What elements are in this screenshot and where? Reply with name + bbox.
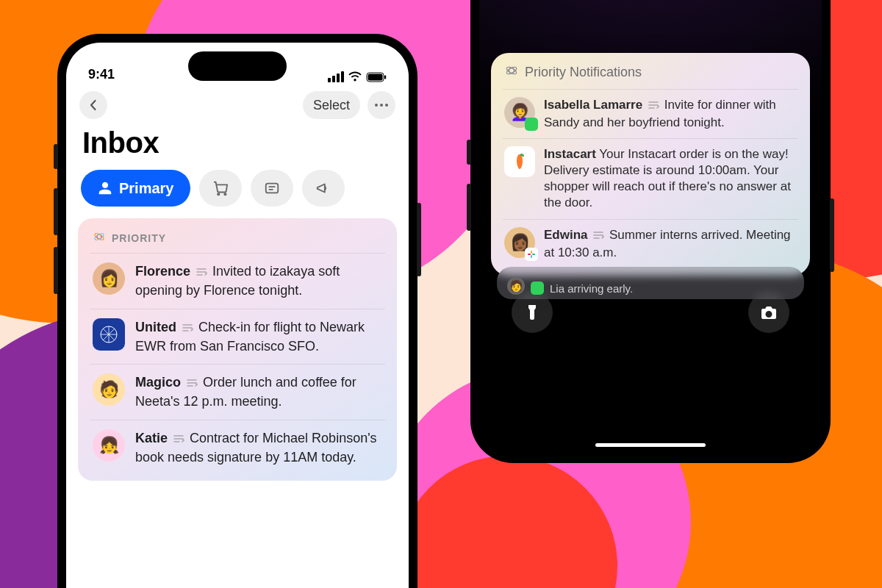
iphone-mail: 9:41 Select Inbox — [57, 34, 417, 588]
apple-intelligence-icon — [93, 230, 106, 245]
slack-badge-icon — [525, 248, 538, 261]
back-button[interactable] — [79, 91, 107, 119]
tab-promotions[interactable] — [302, 170, 345, 207]
tab-primary[interactable]: Primary — [81, 170, 190, 207]
svg-point-5 — [385, 104, 388, 107]
summary-icon — [186, 375, 198, 392]
priority-card: PRIORITY 👩 Florence Invited to izakaya s… — [78, 218, 397, 481]
notification-behind-text: Lia arriving early. — [550, 282, 633, 295]
priority-item[interactable]: 👩 Florence Invited to izakaya soft openi… — [90, 253, 385, 309]
avatar: 👩🏾 — [504, 227, 535, 258]
app-icon-instacart — [504, 146, 535, 177]
status-time: 9:41 — [88, 67, 115, 82]
summary-icon — [648, 98, 659, 115]
avatar: 👩 — [93, 262, 125, 295]
avatar: 🧑 — [93, 373, 125, 406]
svg-rect-17 — [532, 254, 535, 255]
cellular-signal-icon — [328, 71, 344, 82]
summary-icon — [592, 229, 604, 245]
home-indicator[interactable] — [595, 443, 706, 447]
more-button[interactable] — [368, 91, 395, 119]
priority-heading: PRIORITY — [112, 232, 166, 244]
priority-item[interactable]: 🧑 Magico Order lunch and coffee for Neet… — [90, 364, 385, 420]
battery-icon — [366, 72, 387, 82]
avatar: 🧑 — [507, 277, 525, 295]
iphone-lockscreen: Priority Notifications 👩‍🦱 Isabella Lama… — [470, 0, 831, 463]
svg-point-6 — [218, 193, 219, 195]
priority-item[interactable]: 👧 Katie Contract for Michael Robinson's … — [90, 420, 385, 476]
tab-primary-label: Primary — [119, 180, 174, 197]
page-title: Inbox — [66, 123, 409, 170]
summary-icon — [182, 320, 193, 337]
summary-icon — [196, 264, 207, 282]
category-tabs: Primary — [66, 170, 409, 218]
svg-point-7 — [224, 193, 226, 195]
tab-transactions[interactable] — [199, 170, 242, 207]
tab-updates[interactable] — [251, 170, 293, 207]
notification-stack-behind[interactable]: 🧑 Lia arriving early. — [497, 267, 804, 299]
svg-rect-16 — [528, 254, 531, 255]
notification-item[interactable]: Instacart Your Instacart order is on the… — [503, 138, 798, 218]
messages-badge-icon — [525, 118, 538, 131]
svg-rect-19 — [531, 255, 532, 258]
dynamic-island — [188, 51, 287, 81]
svg-rect-8 — [265, 184, 278, 193]
priority-notifications-heading: Priority Notifications — [525, 65, 642, 80]
messages-badge-icon — [531, 282, 544, 295]
select-button[interactable]: Select — [303, 91, 360, 119]
wifi-icon — [348, 71, 362, 82]
svg-rect-2 — [384, 76, 386, 79]
apple-intelligence-icon — [504, 63, 519, 82]
svg-rect-18 — [531, 251, 532, 254]
priority-notifications-card[interactable]: Priority Notifications 👩‍🦱 Isabella Lama… — [491, 53, 810, 276]
svg-rect-1 — [368, 74, 383, 81]
notification-item[interactable]: 👩🏾 Edwina Summer interns arrived. Meetin… — [503, 219, 798, 268]
svg-point-3 — [375, 104, 378, 107]
priority-item[interactable]: United Check-in for flight to Newark EWR… — [90, 309, 385, 365]
notification-item[interactable]: 👩‍🦱 Isabella Lamarre Invite for dinner w… — [503, 89, 798, 138]
avatar: 👧 — [93, 429, 125, 462]
summary-icon — [173, 431, 184, 448]
avatar: 👩‍🦱 — [504, 97, 535, 128]
avatar — [93, 318, 125, 351]
svg-point-4 — [380, 104, 383, 107]
